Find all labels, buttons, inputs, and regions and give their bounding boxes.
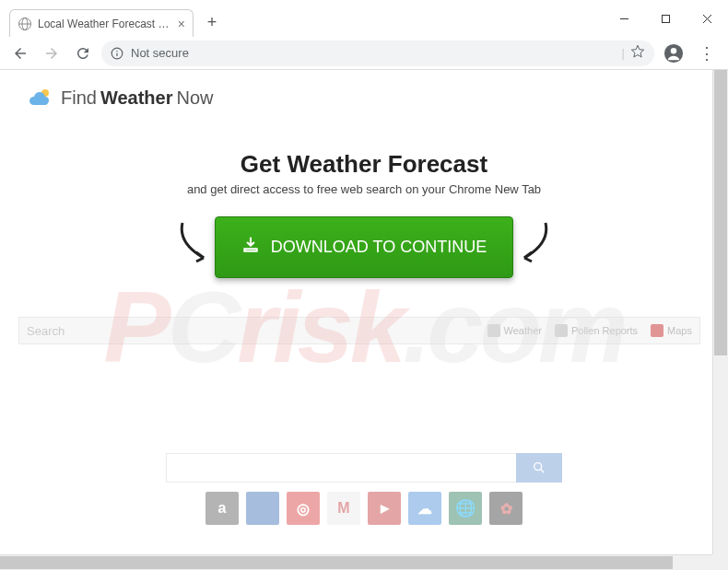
browser-tab[interactable]: Local Weather Forecast with acc ×	[9, 9, 194, 37]
window-controls	[604, 0, 728, 37]
tab-title: Local Weather Forecast with acc	[38, 17, 172, 30]
svg-point-9	[116, 50, 117, 51]
scrollbar-corner	[712, 554, 728, 570]
menu-button[interactable]: ⋮	[693, 43, 721, 64]
reload-button[interactable]	[70, 41, 96, 66]
page-viewport: PCrisk.com Search Weather Pollen Reports…	[0, 70, 728, 570]
arrow-left-icon	[169, 215, 224, 271]
page-content: Find Weather Now Get Weather Forecast an…	[0, 70, 728, 570]
vertical-scrollbar-thumb[interactable]	[714, 70, 727, 355]
svg-point-11	[671, 48, 676, 53]
cta-label: DOWNLOAD TO CONTINUE	[271, 238, 487, 257]
subheadline: and get direct access to free web search…	[18, 182, 710, 196]
logo-word-2: Weather	[100, 87, 173, 109]
svg-rect-4	[663, 15, 670, 22]
vertical-scrollbar[interactable]	[712, 70, 728, 554]
back-button[interactable]	[7, 41, 33, 66]
new-tab-button[interactable]: +	[199, 9, 225, 35]
weather-logo-icon	[28, 87, 53, 109]
horizontal-scrollbar[interactable]	[0, 554, 712, 570]
minimize-button[interactable]	[604, 0, 645, 37]
address-bar[interactable]: Not secure |	[101, 41, 654, 66]
maximize-button[interactable]	[645, 0, 687, 37]
download-icon	[241, 236, 271, 259]
arrow-right-icon	[504, 215, 559, 271]
download-continue-button[interactable]: DOWNLOAD TO CONTINUE	[215, 216, 513, 278]
bookmark-star-icon[interactable]	[630, 44, 645, 62]
close-window-button[interactable]	[687, 0, 728, 37]
divider: |	[622, 46, 625, 60]
security-info-icon[interactable]	[111, 47, 123, 60]
close-tab-icon[interactable]: ×	[178, 17, 185, 31]
horizontal-scrollbar-thumb[interactable]	[0, 556, 673, 569]
logo-word-3: Now	[176, 87, 213, 109]
address-text: Not secure	[131, 46, 616, 60]
window-titlebar: Local Weather Forecast with acc × +	[0, 0, 728, 37]
logo-word-1: Find	[61, 87, 97, 109]
headline: Get Weather Forecast	[18, 150, 710, 179]
site-logo: Find Weather Now	[18, 70, 710, 118]
forward-button[interactable]	[39, 41, 65, 66]
globe-icon	[18, 17, 32, 31]
browser-toolbar: Not secure | ⋮	[0, 37, 728, 70]
profile-button[interactable]	[660, 40, 687, 67]
cta-section: DOWNLOAD TO CONTINUE	[18, 216, 710, 278]
